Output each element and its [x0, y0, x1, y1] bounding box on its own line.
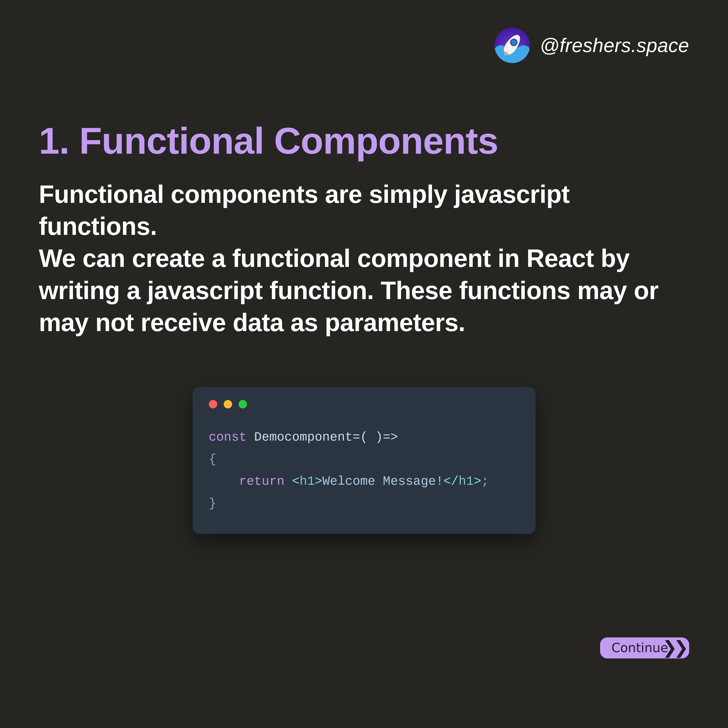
code-indent: [209, 474, 239, 488]
continue-label: Continue: [612, 640, 668, 656]
code-tagname: h1: [459, 474, 474, 488]
continue-button[interactable]: Continue ❯❯: [600, 638, 689, 658]
code-tagname: h1: [300, 474, 315, 488]
code-keyword: const: [209, 430, 247, 444]
code-angle: >: [474, 474, 481, 488]
window-traffic-lights: [209, 400, 519, 408]
maximize-icon: [239, 400, 247, 408]
code-snippet: const Democomponent=( )=> { return <h1>W…: [209, 426, 519, 514]
code-angle: <: [292, 474, 300, 488]
code-space: [284, 474, 292, 488]
account-header: @freshers.space: [494, 28, 689, 63]
close-icon: [209, 400, 217, 408]
account-handle: @freshers.space: [540, 34, 689, 57]
code-punctuation: {: [209, 452, 216, 466]
code-keyword: return: [239, 474, 284, 488]
code-angle: </: [444, 474, 459, 488]
code-window: const Democomponent=( )=> { return <h1>W…: [193, 387, 535, 534]
description-line: Functional components are simply javascr…: [39, 180, 658, 336]
avatar: [494, 28, 530, 63]
code-punctuation: ;: [481, 474, 489, 488]
chevron-right-icon: ❯❯: [662, 637, 685, 658]
slide-card: @freshers.space 1. Functional Components…: [0, 0, 728, 728]
code-text: Welcome Message!: [322, 474, 444, 488]
page-title: 1. Functional Components: [39, 121, 689, 161]
description-text: Functional components are simply javascr…: [39, 178, 670, 339]
minimize-icon: [224, 400, 232, 408]
code-punctuation: }: [209, 496, 216, 511]
code-angle: >: [315, 474, 322, 488]
code-ident: Democomponent=( )=>: [247, 430, 398, 444]
